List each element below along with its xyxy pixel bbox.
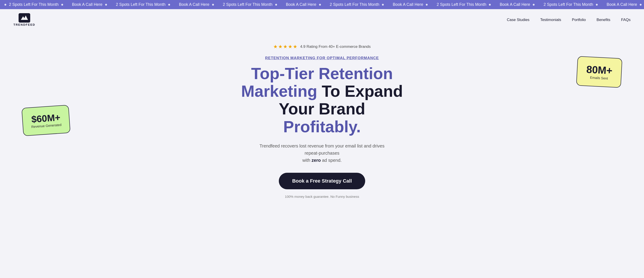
ticker-item: Book A Call Here (602, 2, 644, 7)
nav-item-testimonials[interactable]: Testimonials (540, 18, 561, 22)
ticker-dot (61, 4, 63, 5)
cta-button[interactable]: Book a Free Strategy Call (279, 173, 366, 189)
nav-link-testimonials[interactable]: Testimonials (540, 18, 561, 22)
logo-text: TRENDFEED (14, 23, 35, 26)
ticker-item: Book A Call Here (174, 2, 218, 7)
stars-icons: ★★★★★ (273, 44, 298, 50)
ticker-item: 2 Spots Left For This Month (112, 2, 174, 7)
ticker-item: 2 Spots Left For This Month (325, 2, 388, 7)
ticker-item: 2 Spots Left For This Month (539, 2, 602, 7)
nav-item-case-studies[interactable]: Case Studies (507, 18, 530, 22)
stars-rating: ★★★★★ 4.9 Rating From 40+ E-commerce Bra… (9, 44, 635, 50)
hero-headline: Top-Tier Retention Marketing To Expand Y… (221, 65, 423, 136)
logo-icon (18, 13, 30, 22)
logo[interactable]: TRENDFEED (14, 13, 35, 26)
nav-links: Case Studies Testimonials Portfolio Bene… (507, 18, 630, 22)
ticker-text: Book A Call Here (286, 2, 316, 7)
guarantee-text: 100% money back guarantee. No Funny busi… (9, 195, 635, 198)
svg-rect-0 (18, 13, 30, 22)
ticker-track: 2 Spots Left For This Month Book A Call … (0, 2, 644, 7)
ticker-text: 2 Spots Left For This Month (330, 2, 380, 7)
ticker-text: 2 Spots Left For This Month (116, 2, 166, 7)
ticker-item: Book A Call Here (68, 2, 112, 7)
ticker-dot (640, 4, 642, 5)
ticker-item: Book A Call Here (495, 2, 539, 7)
headline-part3: Profitably. (283, 118, 361, 136)
ticker-item: 2 Spots Left For This Month (0, 2, 68, 7)
hero-description: Trendfeed recovers lost revenue from you… (253, 142, 391, 164)
ticker-dot (533, 4, 534, 5)
ticker-bar: 2 Spots Left For This Month Book A Call … (0, 0, 644, 9)
ticker-text: Book A Call Here (500, 2, 530, 7)
ticker-dot (275, 4, 277, 5)
nav-link-portfolio[interactable]: Portfolio (572, 18, 586, 22)
ticker-item: 2 Spots Left For This Month (432, 2, 495, 7)
ticker-dot (489, 4, 491, 5)
nav-item-faqs[interactable]: FAQs (621, 18, 630, 22)
ticker-text: 2 Spots Left For This Month (436, 2, 486, 7)
nav-item-portfolio[interactable]: Portfolio (572, 18, 586, 22)
description-line1: Trendfeed recovers lost revenue from you… (260, 143, 384, 156)
nav-item-benefits[interactable]: Benefits (596, 18, 610, 22)
ticker-dot (382, 4, 384, 5)
nav-link-benefits[interactable]: Benefits (596, 18, 610, 22)
hero-subtitle: RETENTION MARKETING FOR OPTIMAL PERFORMA… (9, 56, 635, 60)
nav-link-faqs[interactable]: FAQs (621, 18, 630, 22)
ticker-text: Book A Call Here (393, 2, 423, 7)
badge-80m-label: Emails Sent (590, 75, 608, 80)
ticker-text: 2 Spots Left For This Month (544, 2, 593, 7)
ticker-dot (168, 4, 170, 5)
badge-60m: $60M+ Revenue Generated (22, 105, 70, 136)
ticker-text: Book A Call Here (607, 2, 637, 7)
navbar: TRENDFEED Case Studies Testimonials Port… (0, 9, 644, 30)
ticker-dot (426, 4, 428, 5)
ticker-dot (4, 4, 6, 5)
ticker-text: 2 Spots Left For This Month (9, 2, 59, 7)
ticker-item: 2 Spots Left For This Month (218, 2, 282, 7)
ticker-dot (212, 4, 214, 5)
rating-text: 4.9 Rating From 40+ E-commerce Brands (300, 44, 370, 49)
badge-80m: 80M+ Emails Sent (576, 56, 622, 88)
ticker-text: Book A Call Here (72, 2, 102, 7)
ticker-text: 2 Spots Left For This Month (223, 2, 272, 7)
badge-80m-amount: 80M+ (586, 63, 613, 77)
ticker-item: Book A Call Here (282, 2, 325, 7)
ticker-dot (596, 4, 598, 5)
description-bold: zero (312, 158, 321, 163)
ticker-dot (319, 4, 321, 5)
ticker-text: Book A Call Here (179, 2, 210, 7)
hero-section: 80M+ Emails Sent ★★★★★ 4.9 Rating From 4… (0, 30, 644, 216)
nav-link-case-studies[interactable]: Case Studies (507, 18, 530, 22)
ticker-dot (105, 4, 107, 5)
ticker-item: Book A Call Here (388, 2, 432, 7)
